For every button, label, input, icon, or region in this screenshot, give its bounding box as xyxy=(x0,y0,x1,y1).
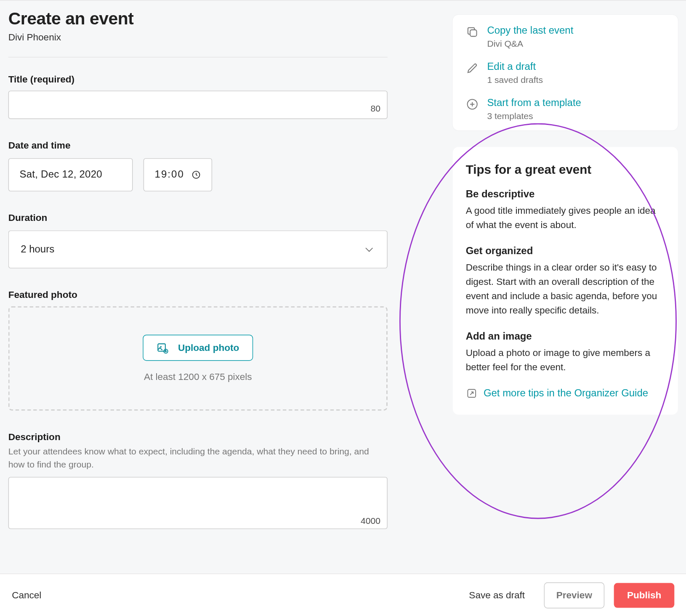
event-form: Create an event Divi Phoenix Title (requ… xyxy=(8,0,397,531)
date-time-label: Date and time xyxy=(8,141,379,151)
clock-icon xyxy=(191,170,201,180)
tip-image: Add an image Upload a photo or image to … xyxy=(466,331,665,374)
date-time-field: Date and time Sat, Dec 12, 2020 19:00 xyxy=(8,141,379,191)
duration-label: Duration xyxy=(8,212,379,223)
svg-point-2 xyxy=(160,346,162,348)
organizer-guide-link: Get more tips in the Organizer Guide xyxy=(484,388,648,399)
preview-button[interactable]: Preview xyxy=(544,582,604,608)
date-value: Sat, Dec 12, 2020 xyxy=(19,169,102,181)
featured-photo-field: Featured photo Upload photo At least 120… xyxy=(8,290,379,411)
tip-body: Upload a photo or image to give members … xyxy=(466,346,665,375)
publish-button[interactable]: Publish xyxy=(614,583,674,608)
copy-icon xyxy=(466,26,479,39)
tip-body: A good title immediately gives people an… xyxy=(466,204,665,233)
copy-last-event-sub: Divi Q&A xyxy=(487,39,573,49)
start-template-sub: 3 templates xyxy=(487,111,581,121)
tips-card: Tips for a great event Be descriptive A … xyxy=(453,147,678,415)
time-picker[interactable]: 19:00 xyxy=(144,158,212,191)
description-input[interactable] xyxy=(8,477,388,529)
cancel-button[interactable]: Cancel xyxy=(12,590,41,600)
title-label: Title (required) xyxy=(8,74,379,85)
footer-bar: Cancel Save as draft Preview Publish xyxy=(0,574,686,616)
description-char-count: 4000 xyxy=(361,515,380,525)
tip-organized: Get organized Describe things in a clear… xyxy=(466,245,665,318)
duration-field: Duration 2 hours xyxy=(8,212,379,268)
organizer-guide-row[interactable]: Get more tips in the Organizer Guide xyxy=(466,388,665,399)
svg-rect-4 xyxy=(470,30,476,36)
start-template-link: Start from a template xyxy=(487,97,581,110)
quick-actions-card: Copy the last event Divi Q&A Edit a draf… xyxy=(453,15,678,130)
title-field: Title (required) 80 xyxy=(8,74,379,119)
tip-body: Describe things in a clear order so it's… xyxy=(466,261,665,318)
image-upload-icon xyxy=(157,342,168,353)
title-input[interactable] xyxy=(8,90,388,119)
upload-photo-button[interactable]: Upload photo xyxy=(143,335,253,361)
tips-title: Tips for a great event xyxy=(466,162,665,177)
description-label: Description xyxy=(8,432,379,442)
chevron-down-icon xyxy=(363,244,375,255)
duration-value: 2 hours xyxy=(21,244,54,255)
org-name: Divi Phoenix xyxy=(8,32,379,42)
tip-heading: Add an image xyxy=(466,331,665,343)
tip-heading: Be descriptive xyxy=(466,189,665,200)
edit-draft-row[interactable]: Edit a draft 1 saved drafts xyxy=(453,55,678,91)
divider xyxy=(8,57,388,57)
date-picker[interactable]: Sat, Dec 12, 2020 xyxy=(8,158,133,191)
upload-dropzone[interactable]: Upload photo At least 1200 x 675 pixels xyxy=(8,306,388,411)
start-template-row[interactable]: Start from a template 3 templates xyxy=(453,91,678,127)
description-hint: Let your attendees know what to expect, … xyxy=(8,445,379,470)
upload-size-note: At least 1200 x 675 pixels xyxy=(144,372,252,382)
upload-button-label: Upload photo xyxy=(178,343,239,353)
edit-draft-link: Edit a draft xyxy=(487,61,543,74)
description-field: Description Let your attendees know what… xyxy=(8,432,379,531)
copy-last-event-row[interactable]: Copy the last event Divi Q&A xyxy=(453,19,678,55)
duration-select[interactable]: 2 hours xyxy=(8,231,388,268)
copy-last-event-link: Copy the last event xyxy=(487,24,573,37)
page-title: Create an event xyxy=(8,9,379,28)
save-draft-button[interactable]: Save as draft xyxy=(469,590,525,600)
plus-circle-icon xyxy=(466,98,479,111)
sidebar: Copy the last event Divi Q&A Edit a draf… xyxy=(453,0,678,531)
title-char-count: 80 xyxy=(370,103,380,113)
time-value: 19:00 xyxy=(154,169,184,181)
tip-heading: Get organized xyxy=(466,245,665,257)
edit-draft-sub: 1 saved drafts xyxy=(487,75,543,85)
external-link-icon xyxy=(466,388,478,399)
photo-label: Featured photo xyxy=(8,290,379,300)
pencil-icon xyxy=(466,62,479,75)
tip-descriptive: Be descriptive A good title immediately … xyxy=(466,189,665,232)
